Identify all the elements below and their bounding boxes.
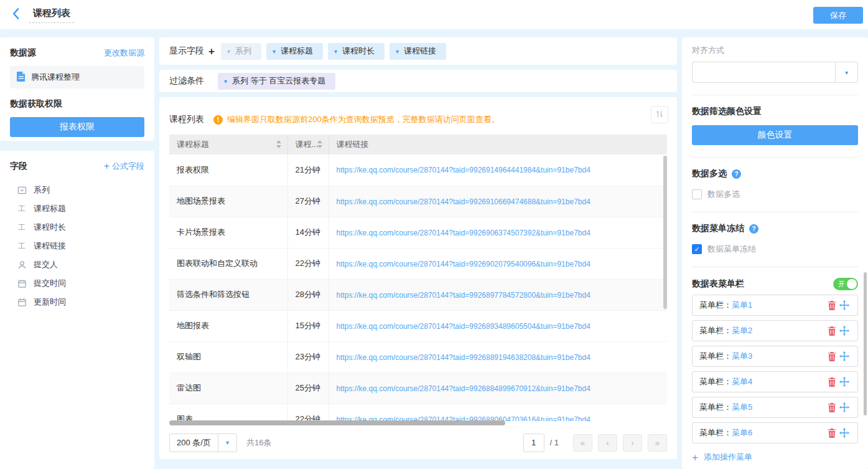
menu-item-name[interactable]: 菜单1 xyxy=(732,300,752,311)
course-link[interactable]: https://ke.qq.com/course/2870144?taid=99… xyxy=(337,384,590,393)
first-page-button[interactable]: « xyxy=(573,434,592,452)
column-header-duration[interactable]: 课程... xyxy=(287,135,329,154)
menu-item-菜单3[interactable]: 菜单栏：菜单3 xyxy=(692,346,858,367)
menu-item-菜单5[interactable]: 菜单栏：菜单5 xyxy=(692,397,858,418)
chevron-down-icon: ▾ xyxy=(396,48,399,55)
field-item-提交时间[interactable]: 提交时间 xyxy=(0,274,154,293)
prev-page-button[interactable]: ‹ xyxy=(598,434,617,452)
display-field-chip-课程链接[interactable]: ▾课程链接 xyxy=(390,43,446,60)
table-row: 雷达图25分钟https://ke.qq.com/course/2870144?… xyxy=(169,372,667,404)
color-settings-button[interactable]: 颜色设置 xyxy=(692,125,858,145)
freeze-title-text: 数据菜单冻结 xyxy=(692,223,744,234)
filter-card: 过滤条件 ▾ 系列 等于 百宝云报表专题 xyxy=(159,70,677,92)
delete-menu-icon[interactable] xyxy=(826,377,838,387)
field-label: 课程时长 xyxy=(34,222,66,233)
course-link[interactable]: https://ke.qq.com/course/2870144?taid=99… xyxy=(337,353,590,362)
text-field-icon: 工 xyxy=(17,222,27,232)
menu-item-菜单4[interactable]: 菜单栏：菜单4 xyxy=(692,371,858,392)
filter-condition-chip[interactable]: ▾ 系列 等于 百宝云报表专题 xyxy=(218,73,335,90)
menu-item-prefix: 菜单栏： xyxy=(699,427,732,438)
page-title: 课程列表 xyxy=(33,7,70,18)
field-item-提交人[interactable]: 提交人 xyxy=(0,255,154,274)
menu-item-name[interactable]: 菜单6 xyxy=(732,427,752,438)
datasource-item[interactable]: 腾讯课程整理 xyxy=(10,66,144,88)
page-title-editable[interactable]: 课程列表 xyxy=(29,6,74,23)
report-permission-button[interactable]: 报表权限 xyxy=(10,117,144,137)
cell-course-title: 地图报表 xyxy=(169,310,287,341)
cell-course-title: 筛选条件和筛选按钮 xyxy=(169,279,287,310)
page-number-input[interactable]: 1 xyxy=(523,433,544,452)
column-reorder-button[interactable] xyxy=(651,106,668,123)
menubar-toggle-on[interactable]: 开 xyxy=(833,278,858,290)
menu-item-菜单6[interactable]: 菜单栏：菜单6 xyxy=(692,422,858,443)
back-button[interactable] xyxy=(12,8,19,21)
horizontal-scrollbar[interactable] xyxy=(169,420,667,425)
move-menu-icon[interactable] xyxy=(838,402,851,412)
freeze-option[interactable]: ✓ 数据菜单冻结 xyxy=(692,244,858,255)
move-menu-icon[interactable] xyxy=(838,428,851,438)
checkbox-unchecked[interactable] xyxy=(692,189,702,199)
delete-menu-icon[interactable] xyxy=(826,326,838,336)
filter-chip-label: 系列 等于 百宝云报表专题 xyxy=(232,75,325,87)
panel-scrollbar[interactable] xyxy=(864,272,867,415)
help-icon[interactable]: ? xyxy=(749,224,758,234)
field-item-课程链接[interactable]: 工课程链接 xyxy=(0,237,154,255)
align-select[interactable]: ▾ xyxy=(692,62,858,83)
column-header-title[interactable]: 课程标题 xyxy=(169,135,287,154)
delete-menu-icon[interactable] xyxy=(826,352,838,361)
next-page-button[interactable]: › xyxy=(623,434,642,452)
move-menu-icon[interactable] xyxy=(838,351,851,361)
course-link[interactable]: https://ke.qq.com/course/2870144?taid=99… xyxy=(337,229,590,237)
field-label: 更新时间 xyxy=(34,296,66,308)
fields-list: 系列工课程标题工课程时长工课程链接提交人提交时间更新时间 xyxy=(0,179,154,311)
chip-label: 课程标题 xyxy=(281,45,313,57)
menu-item-name[interactable]: 菜单4 xyxy=(732,376,752,387)
delete-menu-icon[interactable] xyxy=(826,429,838,438)
save-button[interactable]: 保存 xyxy=(813,7,863,24)
sort-icon[interactable] xyxy=(276,140,281,148)
page-size-select[interactable]: 200 条/页 ▾ xyxy=(169,433,237,452)
last-page-button[interactable]: » xyxy=(648,434,667,452)
add-display-field-button[interactable]: + xyxy=(208,46,215,57)
delete-menu-icon[interactable] xyxy=(826,301,838,310)
field-label: 提交时间 xyxy=(34,278,66,289)
sort-arrows-icon xyxy=(655,110,664,120)
column-header-link[interactable]: 课程链接 xyxy=(329,135,667,154)
multi-select-option[interactable]: 数据多选 xyxy=(692,189,858,200)
course-link[interactable]: https://ke.qq.com/course/2870144?taid=99… xyxy=(337,166,590,174)
course-link[interactable]: https://ke.qq.com/course/2870144?taid=99… xyxy=(337,260,590,268)
cell-course-link: https://ke.qq.com/course/2870144?taid=99… xyxy=(329,154,667,186)
display-field-chip-课程时长[interactable]: ▾课程时长 xyxy=(328,43,385,60)
course-link[interactable]: https://ke.qq.com/course/2870144?taid=99… xyxy=(337,197,590,206)
field-item-课程标题[interactable]: 工课程标题 xyxy=(0,199,154,218)
move-menu-icon[interactable] xyxy=(838,377,851,387)
sort-icon[interactable] xyxy=(317,140,322,148)
field-item-系列[interactable]: 系列 xyxy=(0,181,154,199)
horizontal-scrollbar-thumb[interactable] xyxy=(169,420,505,425)
move-menu-icon[interactable] xyxy=(838,326,851,336)
checkbox-checked[interactable]: ✓ xyxy=(692,244,702,254)
fields-panel: 字段 +公式字段 系列工课程标题工课程时长工课程链接提交人提交时间更新时间 xyxy=(0,151,154,469)
course-link[interactable]: https://ke.qq.com/course/2870144?taid=99… xyxy=(337,322,590,331)
field-item-课程时长[interactable]: 工课程时长 xyxy=(0,218,154,237)
menu-item-菜单1[interactable]: 菜单栏：菜单1 xyxy=(692,295,858,316)
change-datasource-link[interactable]: 更改数据源 xyxy=(104,47,144,59)
table-row: 卡片场景报表14分钟https://ke.qq.com/course/28701… xyxy=(169,217,667,248)
display-field-chip-系列[interactable]: ▾系列 xyxy=(221,43,261,60)
table-row: 图表联动和自定义联动22分钟https://ke.qq.com/course/2… xyxy=(169,248,667,279)
menu-item-name[interactable]: 菜单2 xyxy=(732,325,752,336)
table-card: 课程列表 ! 编辑界面只取数据源前200条作为查询数据预览，完整数据请访问页面查… xyxy=(159,97,677,459)
formula-field-link[interactable]: +公式字段 xyxy=(104,161,144,172)
menu-item-菜单2[interactable]: 菜单栏：菜单2 xyxy=(692,320,858,341)
menu-item-name[interactable]: 菜单5 xyxy=(732,402,752,413)
course-link[interactable]: https://ke.qq.com/course/2870144?taid=99… xyxy=(337,291,590,300)
move-menu-icon[interactable] xyxy=(838,300,851,310)
help-icon[interactable]: ? xyxy=(732,169,741,179)
table-scroll-area[interactable]: 课程标题 课程... 课程链接 报表权限21分钟https://ke.qq.co… xyxy=(169,135,667,421)
menu-item-name[interactable]: 菜单3 xyxy=(732,351,752,362)
display-field-chip-课程标题[interactable]: ▾课程标题 xyxy=(266,43,323,60)
add-action-menu-link[interactable]: + 添加操作菜单 xyxy=(692,452,858,463)
delete-menu-icon[interactable] xyxy=(826,403,838,412)
field-item-更新时间[interactable]: 更新时间 xyxy=(0,293,154,311)
vertical-scrollbar[interactable] xyxy=(663,156,667,309)
